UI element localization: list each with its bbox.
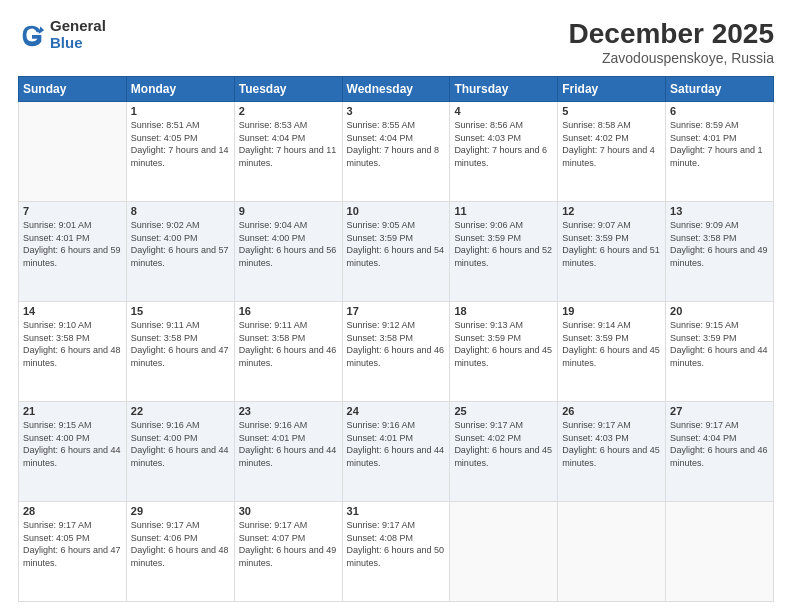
day-info: Sunrise: 8:51 AMSunset: 4:05 PMDaylight:…: [131, 119, 230, 169]
table-row: 8Sunrise: 9:02 AMSunset: 4:00 PMDaylight…: [126, 202, 234, 302]
day-number: 1: [131, 105, 230, 117]
day-number: 31: [347, 505, 446, 517]
table-row: 14Sunrise: 9:10 AMSunset: 3:58 PMDayligh…: [19, 302, 127, 402]
day-info: Sunrise: 9:07 AMSunset: 3:59 PMDaylight:…: [562, 219, 661, 269]
day-info: Sunrise: 9:04 AMSunset: 4:00 PMDaylight:…: [239, 219, 338, 269]
day-info: Sunrise: 9:15 AMSunset: 3:59 PMDaylight:…: [670, 319, 769, 369]
day-number: 10: [347, 205, 446, 217]
col-tuesday: Tuesday: [234, 77, 342, 102]
header: General Blue December 2025 Zavodouspensk…: [18, 18, 774, 66]
day-number: 12: [562, 205, 661, 217]
day-number: 17: [347, 305, 446, 317]
day-number: 21: [23, 405, 122, 417]
col-sunday: Sunday: [19, 77, 127, 102]
day-number: 13: [670, 205, 769, 217]
day-info: Sunrise: 9:17 AMSunset: 4:04 PMDaylight:…: [670, 419, 769, 469]
table-row: 30Sunrise: 9:17 AMSunset: 4:07 PMDayligh…: [234, 502, 342, 602]
table-row: 17Sunrise: 9:12 AMSunset: 3:58 PMDayligh…: [342, 302, 450, 402]
table-row: 25Sunrise: 9:17 AMSunset: 4:02 PMDayligh…: [450, 402, 558, 502]
day-number: 25: [454, 405, 553, 417]
day-number: 28: [23, 505, 122, 517]
table-row: 21Sunrise: 9:15 AMSunset: 4:00 PMDayligh…: [19, 402, 127, 502]
table-row: 6Sunrise: 8:59 AMSunset: 4:01 PMDaylight…: [666, 102, 774, 202]
table-row: 9Sunrise: 9:04 AMSunset: 4:00 PMDaylight…: [234, 202, 342, 302]
table-row: 3Sunrise: 8:55 AMSunset: 4:04 PMDaylight…: [342, 102, 450, 202]
col-wednesday: Wednesday: [342, 77, 450, 102]
logo-icon: [18, 21, 46, 49]
table-row: 5Sunrise: 8:58 AMSunset: 4:02 PMDaylight…: [558, 102, 666, 202]
table-row: [666, 502, 774, 602]
day-number: 18: [454, 305, 553, 317]
col-friday: Friday: [558, 77, 666, 102]
day-info: Sunrise: 9:16 AMSunset: 4:01 PMDaylight:…: [347, 419, 446, 469]
day-info: Sunrise: 9:02 AMSunset: 4:00 PMDaylight:…: [131, 219, 230, 269]
day-number: 20: [670, 305, 769, 317]
subtitle: Zavodouspenskoye, Russia: [569, 50, 774, 66]
calendar-week-row: 28Sunrise: 9:17 AMSunset: 4:05 PMDayligh…: [19, 502, 774, 602]
day-info: Sunrise: 9:14 AMSunset: 3:59 PMDaylight:…: [562, 319, 661, 369]
header-row: Sunday Monday Tuesday Wednesday Thursday…: [19, 77, 774, 102]
table-row: 12Sunrise: 9:07 AMSunset: 3:59 PMDayligh…: [558, 202, 666, 302]
table-row: 19Sunrise: 9:14 AMSunset: 3:59 PMDayligh…: [558, 302, 666, 402]
day-number: 9: [239, 205, 338, 217]
day-info: Sunrise: 9:16 AMSunset: 4:00 PMDaylight:…: [131, 419, 230, 469]
table-row: [19, 102, 127, 202]
table-row: 26Sunrise: 9:17 AMSunset: 4:03 PMDayligh…: [558, 402, 666, 502]
table-row: [558, 502, 666, 602]
logo-blue-text: Blue: [50, 35, 106, 52]
day-info: Sunrise: 9:09 AMSunset: 3:58 PMDaylight:…: [670, 219, 769, 269]
day-number: 3: [347, 105, 446, 117]
day-number: 11: [454, 205, 553, 217]
day-number: 29: [131, 505, 230, 517]
day-info: Sunrise: 9:12 AMSunset: 3:58 PMDaylight:…: [347, 319, 446, 369]
day-number: 14: [23, 305, 122, 317]
day-info: Sunrise: 9:17 AMSunset: 4:02 PMDaylight:…: [454, 419, 553, 469]
table-row: 10Sunrise: 9:05 AMSunset: 3:59 PMDayligh…: [342, 202, 450, 302]
day-number: 19: [562, 305, 661, 317]
day-info: Sunrise: 9:16 AMSunset: 4:01 PMDaylight:…: [239, 419, 338, 469]
logo-text: General Blue: [50, 18, 106, 51]
table-row: 20Sunrise: 9:15 AMSunset: 3:59 PMDayligh…: [666, 302, 774, 402]
table-row: 15Sunrise: 9:11 AMSunset: 3:58 PMDayligh…: [126, 302, 234, 402]
day-info: Sunrise: 8:55 AMSunset: 4:04 PMDaylight:…: [347, 119, 446, 169]
calendar-week-row: 7Sunrise: 9:01 AMSunset: 4:01 PMDaylight…: [19, 202, 774, 302]
day-number: 7: [23, 205, 122, 217]
table-row: 18Sunrise: 9:13 AMSunset: 3:59 PMDayligh…: [450, 302, 558, 402]
day-info: Sunrise: 9:05 AMSunset: 3:59 PMDaylight:…: [347, 219, 446, 269]
col-monday: Monday: [126, 77, 234, 102]
logo: General Blue: [18, 18, 106, 51]
calendar-week-row: 14Sunrise: 9:10 AMSunset: 3:58 PMDayligh…: [19, 302, 774, 402]
day-info: Sunrise: 9:10 AMSunset: 3:58 PMDaylight:…: [23, 319, 122, 369]
table-row: 1Sunrise: 8:51 AMSunset: 4:05 PMDaylight…: [126, 102, 234, 202]
day-info: Sunrise: 8:59 AMSunset: 4:01 PMDaylight:…: [670, 119, 769, 169]
table-row: 16Sunrise: 9:11 AMSunset: 3:58 PMDayligh…: [234, 302, 342, 402]
day-number: 15: [131, 305, 230, 317]
table-row: 28Sunrise: 9:17 AMSunset: 4:05 PMDayligh…: [19, 502, 127, 602]
day-number: 8: [131, 205, 230, 217]
logo-general-text: General: [50, 18, 106, 35]
day-number: 30: [239, 505, 338, 517]
table-row: 27Sunrise: 9:17 AMSunset: 4:04 PMDayligh…: [666, 402, 774, 502]
day-info: Sunrise: 9:11 AMSunset: 3:58 PMDaylight:…: [131, 319, 230, 369]
day-number: 5: [562, 105, 661, 117]
day-number: 4: [454, 105, 553, 117]
calendar-week-row: 21Sunrise: 9:15 AMSunset: 4:00 PMDayligh…: [19, 402, 774, 502]
title-section: December 2025 Zavodouspenskoye, Russia: [569, 18, 774, 66]
day-info: Sunrise: 9:15 AMSunset: 4:00 PMDaylight:…: [23, 419, 122, 469]
day-number: 2: [239, 105, 338, 117]
table-row: [450, 502, 558, 602]
day-info: Sunrise: 9:13 AMSunset: 3:59 PMDaylight:…: [454, 319, 553, 369]
day-number: 6: [670, 105, 769, 117]
calendar-week-row: 1Sunrise: 8:51 AMSunset: 4:05 PMDaylight…: [19, 102, 774, 202]
day-info: Sunrise: 8:58 AMSunset: 4:02 PMDaylight:…: [562, 119, 661, 169]
page: General Blue December 2025 Zavodouspensk…: [0, 0, 792, 612]
day-info: Sunrise: 9:17 AMSunset: 4:03 PMDaylight:…: [562, 419, 661, 469]
calendar-body: 1Sunrise: 8:51 AMSunset: 4:05 PMDaylight…: [19, 102, 774, 602]
table-row: 22Sunrise: 9:16 AMSunset: 4:00 PMDayligh…: [126, 402, 234, 502]
col-thursday: Thursday: [450, 77, 558, 102]
day-number: 16: [239, 305, 338, 317]
table-row: 4Sunrise: 8:56 AMSunset: 4:03 PMDaylight…: [450, 102, 558, 202]
calendar-table: Sunday Monday Tuesday Wednesday Thursday…: [18, 76, 774, 602]
day-number: 24: [347, 405, 446, 417]
table-row: 23Sunrise: 9:16 AMSunset: 4:01 PMDayligh…: [234, 402, 342, 502]
